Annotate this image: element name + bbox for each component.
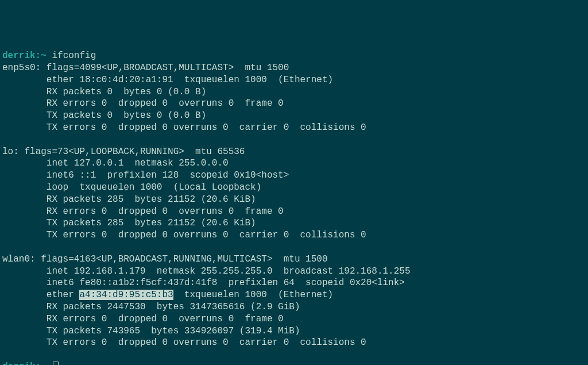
iface-wlan0-inet6: inet6 fe80::a1b2:f5cf:437d:41f8 prefixle… [2, 277, 586, 289]
blank-line [2, 349, 586, 361]
prompt-user: derrik [2, 51, 36, 61]
iface-enp5s0-rx-packets: RX packets 0 bytes 0 (0.0 B) [2, 86, 586, 98]
cursor-icon [53, 362, 59, 365]
iface-enp5s0-ether: ether 18:c0:4d:20:a1:91 txqueuelen 1000 … [2, 74, 586, 86]
ether-suffix: txqueuelen 1000 (Ethernet) [173, 290, 333, 300]
iface-wlan0-ether: ether a4:34:d9:95:c5:b3 txqueuelen 1000 … [2, 289, 586, 301]
iface-enp5s0-flags: enp5s0: flags=4099<UP,BROADCAST,MULTICAS… [2, 62, 586, 74]
iface-lo-inet6: inet6 ::1 prefixlen 128 scopeid 0x10<hos… [2, 170, 586, 182]
blank-line [2, 241, 586, 253]
prompt-line-2: derrik:~ [2, 361, 586, 365]
terminal-output[interactable]: derrik:~ ifconfigenp5s0: flags=4099<UP,B… [2, 50, 586, 365]
ether-prefix: ether [2, 290, 79, 300]
iface-wlan0-rx-errors: RX errors 0 dropped 0 overruns 0 frame 0 [2, 313, 586, 325]
iface-lo-rx-packets: RX packets 285 bytes 21152 (20.6 KiB) [2, 194, 586, 206]
iface-lo-inet: inet 127.0.0.1 netmask 255.0.0.0 [2, 157, 586, 170]
iface-wlan0-tx-packets: TX packets 743965 bytes 334926097 (319.4… [2, 325, 586, 337]
iface-lo-tx-packets: TX packets 285 bytes 21152 (20.6 KiB) [2, 217, 586, 229]
iface-wlan0-tx-errors: TX errors 0 dropped 0 overruns 0 carrier… [2, 337, 586, 349]
iface-lo-tx-errors: TX errors 0 dropped 0 overruns 0 carrier… [2, 229, 586, 241]
mac-address-highlight: a4:34:d9:95:c5:b3 [79, 290, 173, 300]
prompt-separator: : [36, 51, 41, 61]
iface-lo-flags: lo: flags=73<UP,LOOPBACK,RUNNING> mtu 65… [2, 146, 586, 158]
iface-enp5s0-rx-errors: RX errors 0 dropped 0 overruns 0 frame 0 [2, 98, 586, 110]
command-text: ifconfig [52, 51, 96, 61]
prompt-line-1: derrik:~ ifconfig [2, 50, 586, 62]
iface-wlan0-inet: inet 192.168.1.179 netmask 255.255.255.0… [2, 266, 586, 278]
prompt-separator: : [36, 362, 41, 365]
iface-wlan0-flags: wlan0: flags=4163<UP,BROADCAST,RUNNING,M… [2, 253, 586, 266]
iface-lo-rx-errors: RX errors 0 dropped 0 overruns 0 frame 0 [2, 206, 586, 218]
iface-lo-loop: loop txqueuelen 1000 (Local Loopback) [2, 182, 586, 194]
prompt-path: ~ [41, 362, 47, 365]
iface-enp5s0-tx-errors: TX errors 0 dropped 0 overruns 0 carrier… [2, 122, 586, 134]
prompt-user: derrik [2, 362, 36, 365]
iface-wlan0-rx-packets: RX packets 2447530 bytes 3147365616 (2.9… [2, 301, 586, 313]
prompt-path: ~ [41, 51, 47, 61]
blank-line [2, 134, 586, 146]
iface-enp5s0-tx-packets: TX packets 0 bytes 0 (0.0 B) [2, 110, 586, 122]
